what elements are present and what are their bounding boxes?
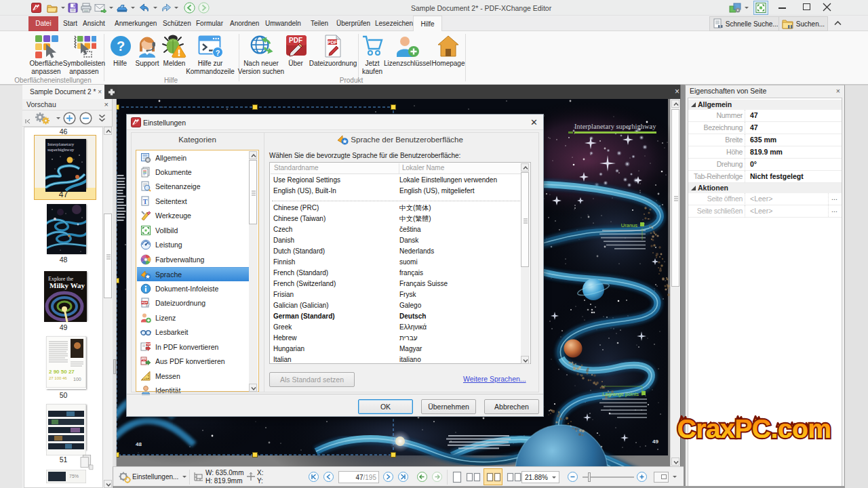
svg-text:27 100 46: 27 100 46: [49, 376, 67, 380]
svg-text:2 90 50 27: 2 90 50 27: [49, 369, 75, 375]
svg-text:?: ?: [117, 39, 125, 54]
svg-text:Lagrange points: Lagrange points: [602, 391, 639, 397]
svg-text:Interplanetary: Interplanetary: [47, 142, 75, 147]
svg-text:48: 48: [136, 441, 142, 447]
svg-text:?: ?: [216, 48, 220, 56]
svg-text:Interplanetary superhighway: Interplanetary superhighway: [574, 123, 656, 130]
svg-text:PDF: PDF: [289, 37, 302, 44]
svg-text:75%: 75%: [69, 474, 79, 479]
svg-text:PDF: PDF: [328, 39, 338, 44]
svg-text:100: 100: [73, 377, 81, 382]
svg-text:CraxPC.com: CraxPC.com: [677, 414, 831, 443]
svg-text:49: 49: [652, 439, 658, 445]
svg-text:superhighway: superhighway: [47, 147, 75, 152]
svg-text:Uranus: Uranus: [621, 222, 637, 228]
svg-text:Milky Way: Milky Way: [50, 281, 85, 289]
